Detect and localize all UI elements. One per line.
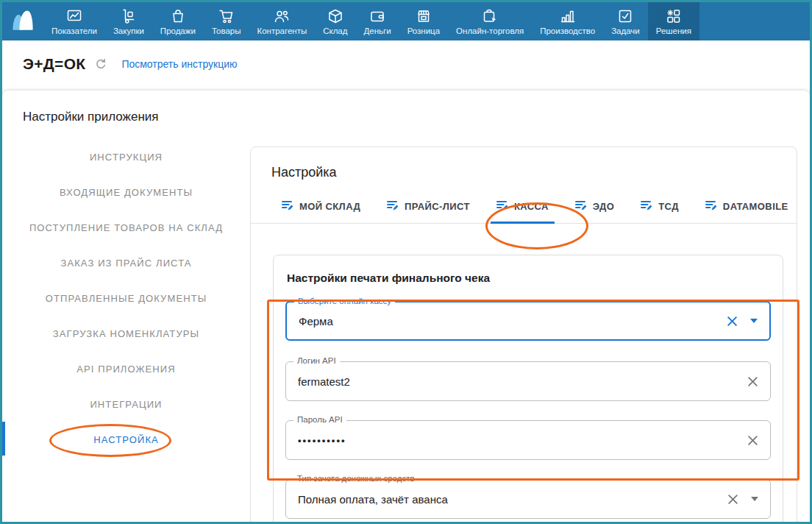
field-label: Тип зачета денежных средств bbox=[293, 474, 419, 483]
tab-datamobile[interactable]: DATAMOBILE bbox=[705, 199, 788, 223]
online-cash-register-select[interactable]: Выберите онлайн кассу Ферма bbox=[285, 301, 771, 341]
field-label: Выберите онлайн кассу bbox=[294, 297, 395, 305]
list-edit-icon bbox=[641, 199, 652, 213]
package-box-icon bbox=[327, 8, 343, 24]
nav-item-label: Деньги bbox=[363, 26, 391, 35]
nav-item-label: Задачи bbox=[611, 26, 640, 35]
nav-item-online-trade[interactable]: Онлайн-торговля bbox=[448, 2, 532, 40]
field-value: Полная оплата, зачёт аванса bbox=[298, 493, 727, 506]
sidebar-item-price-list-order[interactable]: ЗАКАЗ ИЗ ПРАЙС ЛИСТА bbox=[2, 245, 250, 280]
list-edit-icon bbox=[496, 199, 508, 213]
factory-icon bbox=[560, 8, 576, 24]
nav-item-label: Онлайн-торговля bbox=[456, 26, 524, 35]
nav-item-solutions[interactable]: Решения bbox=[648, 2, 699, 40]
page-title: Настройки приложения bbox=[2, 91, 810, 127]
view-instruction-link[interactable]: Посмотреть инструкцию bbox=[121, 58, 237, 70]
list-edit-icon bbox=[387, 199, 399, 213]
nav-item-label: Решения bbox=[656, 26, 691, 35]
sidebar-item-incoming-documents[interactable]: ВХОДЯЩИЕ ДОКУМЕНТЫ bbox=[2, 174, 250, 210]
tab-edo[interactable]: ЭДО bbox=[575, 199, 615, 223]
list-edit-icon bbox=[705, 199, 717, 213]
field-value: fermatest2 bbox=[298, 375, 747, 388]
sidebar-item-instruction[interactable]: ИНСТРУКЦИЯ bbox=[2, 139, 250, 174]
hand-truck-icon bbox=[121, 8, 137, 24]
field-label: Логин API bbox=[293, 356, 340, 365]
app-window: { "colors": { "nav_background": "#2475a9… bbox=[0, 0, 812, 524]
chevron-down-icon[interactable] bbox=[751, 497, 758, 501]
api-login-field[interactable]: Логин API fermatest2 bbox=[285, 361, 771, 401]
nav-item-products[interactable]: Товары bbox=[204, 2, 249, 40]
nav-item-money[interactable]: Деньги bbox=[355, 2, 399, 40]
tab-label: МОЙ СКЛАД bbox=[299, 201, 360, 212]
tab-price-list[interactable]: ПРАЙС-ЛИСТ bbox=[387, 199, 470, 223]
settings-panel: Настройка МОЙ СКЛАД ПРАЙС-ЛИСТ КАССА ЭДО bbox=[250, 146, 797, 524]
line-chart-icon bbox=[66, 8, 82, 24]
shopping-bag-icon bbox=[170, 8, 186, 24]
wallet-icon bbox=[369, 8, 385, 24]
content-row: ИНСТРУКЦИЯ ВХОДЯЩИЕ ДОКУМЕНТЫ ПОСТУПЛЕНИ… bbox=[2, 127, 810, 524]
nav-item-label: Закупки bbox=[113, 26, 144, 35]
api-password-field[interactable]: Пароль API •••••••••• bbox=[285, 420, 771, 460]
tab-label: ТСД bbox=[658, 201, 679, 212]
storefront-icon bbox=[416, 8, 432, 24]
clear-icon[interactable] bbox=[747, 435, 758, 446]
sidebar-item-goods-receipt[interactable]: ПОСТУПЛЕНИЕ ТОВАРОВ НА СКЛАД bbox=[2, 210, 250, 245]
tab-tsd[interactable]: ТСД bbox=[641, 199, 679, 223]
receipt-print-settings-section: Настройки печати финального чека Выберит… bbox=[273, 255, 783, 524]
sidebar-item-sent-documents[interactable]: ОТПРАВЛЕННЫЕ ДОКУМЕНТЫ bbox=[2, 280, 250, 316]
field-value: Ферма bbox=[299, 315, 727, 328]
nav-item-label: Контрагенты bbox=[257, 26, 307, 35]
nav-item-label: Продажи bbox=[160, 26, 196, 35]
people-icon bbox=[274, 8, 290, 24]
clear-icon[interactable] bbox=[727, 316, 738, 327]
apps-grid-gear-icon bbox=[666, 8, 682, 24]
sidebar-item-settings[interactable]: НАСТРОЙКА bbox=[2, 422, 250, 457]
app-title: Э+Д=ОК bbox=[23, 55, 85, 73]
sidebar-item-integrations[interactable]: ИНТЕГРАЦИИ bbox=[2, 386, 250, 422]
nav-item-sales[interactable]: Продажи bbox=[152, 2, 204, 40]
nav-item-production[interactable]: Производство bbox=[532, 2, 603, 40]
tab-moy-sklad[interactable]: МОЙ СКЛАД bbox=[282, 199, 360, 223]
tab-label: DATAMOBILE bbox=[723, 201, 788, 212]
tab-label: ЭДО bbox=[593, 201, 615, 212]
active-sidebar-indicator bbox=[2, 422, 5, 456]
settings-card: Настройки приложения ИНСТРУКЦИЯ ВХОДЯЩИЕ… bbox=[2, 91, 810, 524]
nav-item-label: Производство bbox=[540, 26, 595, 35]
field-value: •••••••••• bbox=[298, 435, 747, 446]
list-edit-icon bbox=[575, 199, 587, 213]
nav-item-warehouse[interactable]: Склад bbox=[315, 2, 355, 40]
refresh-icon[interactable] bbox=[95, 58, 107, 70]
nav-item-indicators[interactable]: Показатели bbox=[43, 2, 105, 40]
moysklad-logo-icon[interactable] bbox=[2, 2, 43, 40]
tab-kassa[interactable]: КАССА bbox=[496, 199, 549, 223]
list-edit-icon bbox=[282, 199, 293, 213]
nav-item-label: Склад bbox=[323, 26, 347, 35]
task-checkbox-icon bbox=[617, 8, 633, 24]
app-header: Э+Д=ОК Посмотреть инструкцию bbox=[2, 40, 810, 88]
online-store-icon bbox=[482, 8, 498, 24]
panel-title: Настройка bbox=[251, 147, 797, 195]
tab-label: КАССА bbox=[514, 201, 549, 212]
nav-item-retail[interactable]: Розница bbox=[399, 2, 448, 40]
sidebar-item-nomenclature-upload[interactable]: ЗАГРУЗКА НОМЕНКЛАТУРЫ bbox=[2, 316, 250, 351]
shopping-cart-icon bbox=[218, 8, 235, 24]
sidebar-item-api-applications[interactable]: API ПРИЛОЖЕНИЯ bbox=[2, 351, 250, 386]
nav-item-purchases[interactable]: Закупки bbox=[105, 2, 152, 40]
section-title: Настройки печати финального чека bbox=[287, 272, 769, 285]
clear-icon[interactable] bbox=[727, 494, 738, 505]
chevron-down-icon[interactable] bbox=[750, 319, 758, 323]
top-navigation: Показатели Закупки Продажи Товары Контра… bbox=[2, 2, 810, 40]
nav-item-tasks[interactable]: Задачи bbox=[603, 2, 648, 40]
nav-item-label: Товары bbox=[212, 26, 241, 35]
nav-item-counterparties[interactable]: Контрагенты bbox=[249, 2, 315, 40]
settings-tabs: МОЙ СКЛАД ПРАЙС-ЛИСТ КАССА ЭДО ТСД bbox=[251, 195, 797, 224]
tab-label: ПРАЙС-ЛИСТ bbox=[405, 201, 470, 212]
settings-sidebar: ИНСТРУКЦИЯ ВХОДЯЩИЕ ДОКУМЕНТЫ ПОСТУПЛЕНИ… bbox=[2, 127, 250, 457]
nav-item-label: Розница bbox=[407, 26, 440, 35]
payment-offset-type-select[interactable]: Тип зачета денежных средств Полная оплат… bbox=[285, 479, 771, 519]
clear-icon[interactable] bbox=[747, 376, 758, 387]
field-label: Пароль API bbox=[293, 415, 346, 424]
nav-item-label: Показатели bbox=[51, 26, 97, 35]
